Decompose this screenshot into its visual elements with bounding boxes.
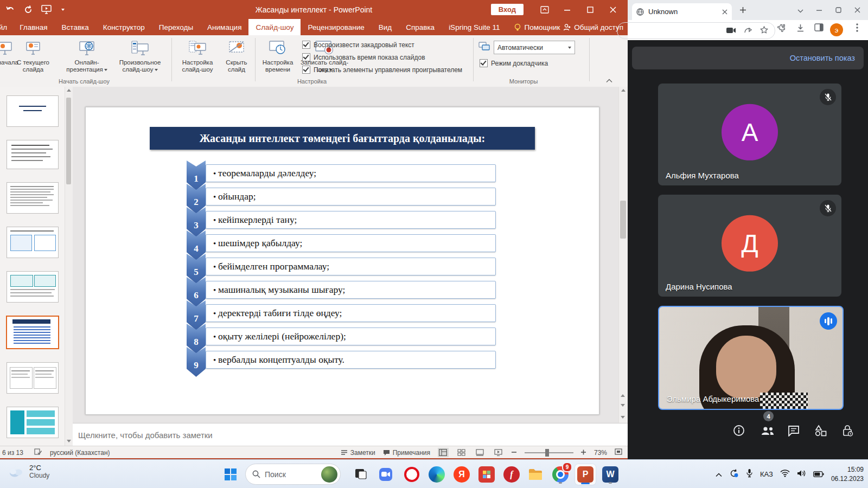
tab-transitions[interactable]: Переходы	[152, 19, 200, 35]
slideshow-view-button[interactable]	[493, 448, 504, 457]
activities-button[interactable]	[811, 421, 831, 440]
collapse-ribbon-icon[interactable]	[606, 75, 612, 85]
extensions-puzzle-icon[interactable]	[777, 23, 787, 35]
slide-scrollbar[interactable]	[618, 87, 628, 423]
zoom-slider[interactable]	[525, 452, 573, 453]
zoom-level[interactable]: 73%	[594, 449, 607, 457]
tab-help[interactable]: Справка	[399, 19, 442, 35]
battery-icon[interactable]	[813, 470, 824, 479]
stop-presenting-button[interactable]: Остановить показ	[790, 54, 864, 62]
share-icon[interactable]	[744, 26, 752, 36]
chrome-browser-button[interactable]: 9	[550, 464, 571, 485]
scroll-down-icon[interactable]	[621, 416, 625, 419]
custom-slideshow-button[interactable]: Произвольное слайд-шоу	[113, 37, 167, 73]
slide-thumbnail-1[interactable]	[7, 95, 59, 127]
word-app-button[interactable]: W	[600, 464, 621, 485]
scroll-down-icon[interactable]	[67, 440, 71, 442]
checkbox-use-timings[interactable]: Использовать время показа слайдов	[302, 53, 425, 61]
meeting-details-button[interactable]	[729, 421, 749, 440]
start-button[interactable]	[220, 464, 241, 485]
zoom-slider-thumb[interactable]	[545, 449, 549, 457]
thumbnail-scrollbar[interactable]	[65, 87, 73, 446]
opera-browser-button[interactable]	[401, 464, 422, 485]
zoom-out-button[interactable]	[512, 449, 517, 457]
reading-view-button[interactable]	[475, 448, 486, 457]
tray-overflow-chevron-icon[interactable]	[716, 470, 722, 479]
share-button[interactable]: Общий доступ	[563, 19, 623, 35]
slide-canvas[interactable]: Жасанды интеллект төмендегі бағыттарда қ…	[85, 107, 599, 415]
undo-icon[interactable]	[5, 5, 15, 14]
setup-slideshow-button[interactable]: Настройка слайд-шоу	[175, 37, 220, 73]
search-box[interactable]: Поиск	[245, 464, 341, 485]
customize-qat-icon[interactable]	[61, 9, 65, 11]
minimize-button[interactable]	[816, 5, 822, 15]
scroll-up-icon[interactable]	[67, 89, 71, 92]
scrollbar-thumb[interactable]	[66, 98, 71, 184]
search-highlight-image[interactable]	[321, 466, 337, 483]
ribbon-display-options-icon[interactable]	[535, 2, 554, 17]
wifi-icon[interactable]	[780, 470, 790, 479]
notes-toggle[interactable]: Заметки	[341, 449, 375, 457]
monitor-dropdown[interactable]: Автоматически	[494, 41, 575, 54]
address-bar[interactable]	[617, 22, 775, 39]
slide-thumbnail-8[interactable]	[7, 407, 59, 438]
tab-view[interactable]: Вид	[372, 19, 399, 35]
edge-browser-button[interactable]	[426, 464, 447, 485]
download-icon[interactable]	[796, 23, 805, 35]
host-controls-button[interactable]	[838, 421, 858, 440]
from-current-slide-button[interactable]: С текущего слайда	[10, 37, 56, 73]
bookmark-star-icon[interactable]	[760, 26, 768, 36]
tab-search-icon[interactable]	[797, 5, 803, 15]
normal-view-button[interactable]	[438, 448, 449, 457]
close-tab-icon[interactable]	[722, 8, 727, 16]
minimize-button[interactable]	[558, 2, 577, 17]
task-view-button[interactable]	[350, 464, 371, 485]
participant-tile[interactable]: А Альфия Мухтарова	[658, 84, 841, 185]
close-button[interactable]	[604, 2, 622, 17]
start-slideshow-icon[interactable]	[41, 5, 52, 14]
fit-to-window-button[interactable]	[615, 448, 622, 457]
clock[interactable]: 15:09 06.12.2023	[831, 465, 864, 483]
zoom-in-button[interactable]	[581, 449, 586, 457]
file-explorer-button[interactable]	[525, 464, 546, 485]
tab-capture-icon[interactable]	[726, 26, 736, 36]
slide-thumbnail-2[interactable]	[7, 140, 59, 169]
volume-icon[interactable]	[797, 470, 806, 479]
slide-thumbnail-4[interactable]	[7, 227, 59, 258]
tab-review[interactable]: Рецензирование	[301, 19, 371, 35]
microphone-icon[interactable]	[746, 468, 753, 480]
scrollbar-thumb[interactable]	[620, 201, 626, 239]
spellcheck-icon[interactable]	[34, 448, 42, 457]
powerpoint-app-button[interactable]: P	[575, 464, 596, 485]
profile-avatar[interactable]: э	[830, 23, 843, 36]
browser-tab[interactable]: Unknown	[632, 3, 732, 20]
rehearse-timings-button[interactable]: Настройка времени	[256, 37, 299, 73]
slide-thumbnail-7[interactable]	[7, 362, 59, 394]
tab-assistant[interactable]: Помощник	[507, 19, 567, 35]
comments-toggle[interactable]: Примечания	[383, 449, 430, 457]
tab-home[interactable]: Главная	[12, 19, 54, 35]
keyboard-language[interactable]: КАЗ	[760, 470, 773, 478]
tab-animations[interactable]: Анимация	[200, 19, 248, 35]
maximize-button[interactable]	[581, 2, 599, 17]
sign-in-button[interactable]: Вход	[491, 4, 524, 15]
participant-tile-video[interactable]: Эльмира Абдыкеримова	[658, 306, 844, 410]
tab-slideshow[interactable]: Слайд-шоу	[248, 19, 301, 35]
sync-icon[interactable]	[729, 468, 739, 480]
notes-pane[interactable]: Щелкните, чтобы добавить заметки	[73, 423, 628, 446]
chat-app-button[interactable]	[375, 464, 396, 485]
slide-sorter-view-button[interactable]	[456, 448, 467, 457]
checkbox-play-narrations[interactable]: Воспроизвести закадровый текст	[302, 41, 414, 49]
tab-design[interactable]: Конструктор	[96, 19, 152, 35]
maximize-button[interactable]	[835, 5, 841, 15]
hide-slide-button[interactable]: Скрыть слайд	[219, 37, 254, 73]
participant-tile[interactable]: Д Дарина Нусипова	[658, 195, 841, 297]
browser-menu-icon[interactable]	[856, 23, 858, 34]
chat-button[interactable]	[784, 421, 803, 440]
slide-thumbnail-3[interactable]	[7, 182, 59, 214]
tab-file[interactable]: Файл	[0, 19, 12, 35]
tab-insert[interactable]: Вставка	[55, 19, 96, 35]
new-tab-button[interactable]	[739, 7, 746, 14]
language-indicator[interactable]: русский (Казахстан)	[50, 449, 110, 457]
close-button[interactable]	[854, 5, 860, 15]
